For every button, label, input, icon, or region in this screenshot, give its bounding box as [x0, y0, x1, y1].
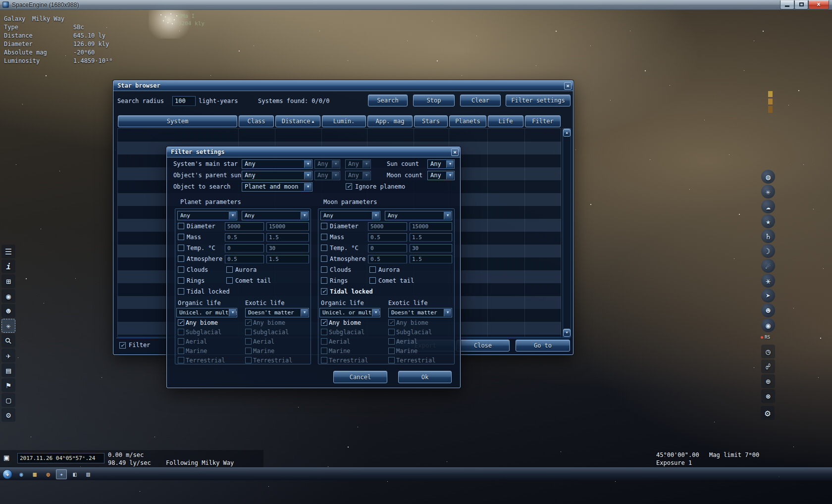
- column-header-stars[interactable]: Stars: [414, 115, 448, 127]
- taskbar-paint-icon[interactable]: ◧: [69, 469, 80, 479]
- diameter-max-input[interactable]: [266, 222, 309, 231]
- column-header-filter[interactable]: Filter: [525, 115, 561, 127]
- orbits-icon[interactable]: ◉: [1, 289, 15, 303]
- organic-any-biome-checkbox[interactable]: ✓: [178, 319, 184, 326]
- search-radius-input[interactable]: [172, 96, 196, 106]
- globe-icon[interactable]: ⊕: [761, 374, 775, 388]
- exotic-any-biome-checkbox[interactable]: ✓: [245, 319, 252, 326]
- organic-life-select[interactable]: Unicel. or multice▼: [176, 308, 237, 317]
- parent-sun-subclass-select[interactable]: Any▼: [345, 171, 371, 180]
- star-cluster-icon[interactable]: ✳: [1, 319, 15, 333]
- windows-taskbar[interactable]: ❖ ◉ ▦ ◍ ✦ ◧ ▤: [0, 467, 832, 480]
- temp-checkbox[interactable]: [321, 245, 327, 251]
- star-icon[interactable]: ★: [761, 214, 775, 228]
- planet-subclass-select[interactable]: Any▼: [242, 211, 309, 220]
- exotic-life-select[interactable]: Doesn't matter▼: [245, 308, 309, 317]
- main-star-class-select[interactable]: Any▼: [314, 159, 340, 169]
- organic-terrestrial-checkbox[interactable]: [321, 357, 327, 363]
- scroll-up-icon[interactable]: ▲: [563, 129, 571, 137]
- comet-tail-checkbox[interactable]: [369, 277, 376, 284]
- diameter-max-input[interactable]: [410, 222, 452, 231]
- comet-icon[interactable]: ☄: [761, 259, 775, 273]
- asteroid-icon[interactable]: ⚹: [761, 274, 775, 288]
- diameter-min-input[interactable]: [225, 222, 264, 231]
- ignore-planemo-checkbox[interactable]: ✓: [346, 183, 352, 190]
- comet-tail-checkbox[interactable]: [226, 277, 233, 284]
- moon-subclass-select[interactable]: Any▼: [385, 211, 452, 220]
- column-header-life[interactable]: Life: [488, 115, 523, 127]
- temp-max-input[interactable]: [266, 244, 309, 252]
- clouds-checkbox[interactable]: [178, 266, 184, 273]
- column-header-luminosity[interactable]: Lumin.: [322, 115, 366, 127]
- display-icon[interactable]: ▢: [1, 393, 15, 407]
- ok-button[interactable]: Ok: [398, 371, 452, 383]
- stop-button[interactable]: Stop: [413, 95, 455, 106]
- exotic-any-biome-checkbox[interactable]: ✓: [388, 319, 395, 326]
- community-icon[interactable]: ☻: [1, 304, 15, 318]
- galaxy-icon[interactable]: ◍: [761, 170, 775, 184]
- status-panel-icon[interactable]: ▣: [4, 453, 9, 462]
- orientation-icon[interactable]: ☍: [761, 359, 775, 373]
- exotic-terrestrial-checkbox[interactable]: [245, 357, 252, 363]
- mass-max-input[interactable]: [266, 233, 309, 242]
- mass-min-input[interactable]: [368, 233, 407, 242]
- planet-icon[interactable]: ♄: [761, 229, 775, 243]
- organic-aerial-checkbox[interactable]: [178, 338, 184, 345]
- organic-marine-checkbox[interactable]: [178, 348, 184, 354]
- taskbar-notepad-icon[interactable]: ▤: [83, 469, 94, 479]
- filter-settings-close-icon[interactable]: ×: [451, 149, 459, 156]
- exotic-aerial-checkbox[interactable]: [245, 338, 252, 345]
- atmosphere-max-input[interactable]: [410, 255, 452, 263]
- observers-icon[interactable]: ☻: [761, 303, 775, 317]
- main-star-subclass-select[interactable]: Any▼: [345, 159, 371, 169]
- window-titlebar[interactable]: SpaceEngine (1680x988) ×: [0, 0, 832, 10]
- clouds-checkbox[interactable]: [321, 266, 327, 273]
- search-icon[interactable]: ⚲: [1, 334, 15, 348]
- atmosphere-checkbox[interactable]: [321, 255, 327, 262]
- flag-icon[interactable]: ⚑: [1, 378, 15, 392]
- moon-count-select[interactable]: Any▼: [427, 171, 455, 180]
- settings-icon[interactable]: ⚙: [1, 408, 15, 422]
- moon-class-select[interactable]: Any▼: [320, 211, 380, 220]
- search-button[interactable]: Search: [368, 95, 408, 106]
- column-header-system[interactable]: System: [118, 115, 237, 127]
- star-browser-close-icon[interactable]: ×: [564, 82, 572, 90]
- close-button[interactable]: Close: [456, 340, 510, 352]
- organic-subglacial-checkbox[interactable]: [321, 329, 327, 335]
- aurora-checkbox[interactable]: [369, 266, 376, 273]
- start-button[interactable]: ❖: [2, 469, 12, 479]
- mass-checkbox[interactable]: [178, 234, 184, 240]
- temp-max-input[interactable]: [410, 244, 452, 252]
- aurora-checkbox[interactable]: [226, 266, 233, 273]
- goto-button[interactable]: Go to: [516, 340, 570, 352]
- organic-life-select[interactable]: Unicel. or multice▼: [319, 308, 380, 317]
- exotic-aerial-checkbox[interactable]: [388, 338, 395, 345]
- taskbar-spaceengine-icon[interactable]: ✦: [56, 469, 67, 479]
- scroll-down-icon[interactable]: ▼: [563, 329, 571, 337]
- menu-icon[interactable]: ☰: [1, 245, 15, 258]
- atmosphere-checkbox[interactable]: [178, 255, 184, 262]
- exotic-marine-checkbox[interactable]: [245, 348, 252, 354]
- atmosphere-min-input[interactable]: [225, 255, 264, 263]
- organic-any-biome-checkbox[interactable]: ✓: [321, 319, 327, 326]
- exotic-marine-checkbox[interactable]: [388, 348, 395, 354]
- exotic-subglacial-checkbox[interactable]: [388, 329, 395, 335]
- atmosphere-min-input[interactable]: [368, 255, 407, 263]
- filter-settings-titlebar[interactable]: Filter settings: [167, 147, 460, 157]
- column-header-appmag[interactable]: App. mag: [367, 115, 413, 127]
- diameter-checkbox[interactable]: [178, 223, 184, 229]
- taskbar-folder-icon[interactable]: ▦: [29, 469, 40, 479]
- visual-style-icon[interactable]: ◉: [761, 318, 775, 332]
- object-to-search-select[interactable]: Planet and moon▼: [242, 182, 312, 192]
- moon-icon[interactable]: ☽: [761, 244, 775, 258]
- filter-checkbox[interactable]: ✓: [119, 342, 126, 349]
- exotic-terrestrial-checkbox[interactable]: [388, 357, 395, 363]
- cancel-button[interactable]: Cancel: [333, 371, 387, 383]
- diameter-checkbox[interactable]: [321, 223, 327, 229]
- minimize-button[interactable]: [780, 0, 794, 9]
- exotic-life-select[interactable]: Doesn't matter▼: [388, 308, 452, 317]
- star-browser-titlebar[interactable]: Star browser: [113, 81, 573, 91]
- tidal-locked-checkbox[interactable]: ✓: [321, 288, 327, 295]
- tidal-locked-checkbox[interactable]: [178, 288, 184, 295]
- temp-min-input[interactable]: [368, 244, 407, 252]
